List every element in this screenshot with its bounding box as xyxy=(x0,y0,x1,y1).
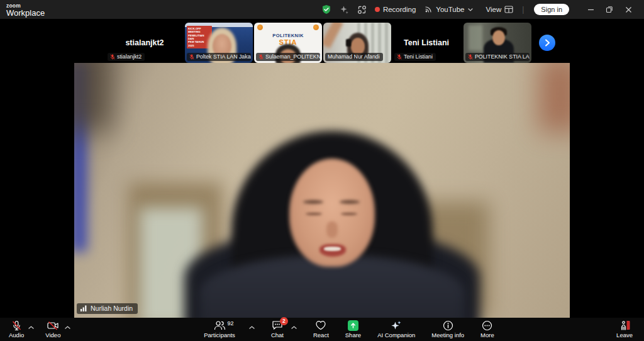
more-label: More xyxy=(480,332,494,338)
tile-name-text: Muhamad Nur Afandi xyxy=(328,53,380,60)
next-participants-button[interactable] xyxy=(539,35,555,51)
speaker-teeth xyxy=(324,247,341,251)
muted-mic-icon xyxy=(397,54,402,60)
audio-label: Audio xyxy=(9,332,24,338)
connection-signal-icon xyxy=(80,305,87,311)
share-screen-icon xyxy=(348,320,358,331)
react-label: React xyxy=(313,332,329,338)
heart-icon xyxy=(315,320,326,330)
chevron-down-icon xyxy=(468,8,473,11)
muted-mic-icon xyxy=(258,54,264,60)
active-speaker-video[interactable]: Nurliah Nurdin xyxy=(74,63,570,318)
speaker-nose xyxy=(326,221,338,238)
more-ellipsis-icon xyxy=(482,320,492,331)
participants-label: Participants xyxy=(204,332,235,338)
tile-name-label: Sulaeman_POLITEKNIK.. xyxy=(256,53,320,61)
slide-logo-left xyxy=(257,25,263,30)
logo-workplace-text: Workplace xyxy=(6,9,45,17)
view-label: View xyxy=(486,6,502,13)
view-button[interactable]: View xyxy=(486,6,514,13)
sign-in-button[interactable]: Sign in xyxy=(534,4,569,15)
broadcast-icon xyxy=(424,5,433,14)
background-shadow xyxy=(74,63,112,132)
speaker-name-label: Nurliah Nurdin xyxy=(77,303,138,314)
tile-name-text: Poltek STIA LAN Jakarta xyxy=(196,53,251,60)
tile-name-text: stialanjkt2 xyxy=(117,53,142,60)
sparkle-icon[interactable] xyxy=(340,5,349,14)
tile-name-label: Teni Listiani xyxy=(394,53,436,61)
chat-options-caret[interactable] xyxy=(291,321,297,337)
video-tile-politeknik-stia-lan[interactable]: POLITEKNIK STIA LAN ... xyxy=(464,23,531,63)
more-button[interactable]: More xyxy=(480,320,494,340)
participants-icon xyxy=(214,320,226,330)
topbar-divider: | xyxy=(522,5,524,14)
leave-label: Leave xyxy=(616,332,633,338)
minimize-button[interactable] xyxy=(581,1,600,18)
slide-logo-right xyxy=(313,25,319,30)
view-grid-icon xyxy=(504,6,513,13)
logo-zoom-text: zoom xyxy=(6,3,45,9)
room-window xyxy=(469,25,482,50)
video-button[interactable]: Video xyxy=(45,320,60,340)
leave-door-icon xyxy=(619,320,631,331)
ai-companion-button[interactable]: AI Companion xyxy=(377,320,415,340)
participants-button[interactable]: 92 Participants xyxy=(204,320,235,340)
fullscreen-icon[interactable] xyxy=(357,5,367,14)
leave-button[interactable]: Leave xyxy=(616,320,633,340)
tile-name-text: Teni Listiani xyxy=(404,53,433,60)
chevron-up-icon xyxy=(249,326,255,329)
speaker-eyebrow xyxy=(303,200,323,204)
background-object xyxy=(538,63,570,132)
recording-label: Recording xyxy=(383,6,416,13)
slide-title-text: POLITEKNIK xyxy=(254,33,322,38)
video-tile-sulaeman-politeknik[interactable]: POLITEKNIK STIA M A K Sulaeman_POLITEKNI… xyxy=(254,23,322,63)
video-tile-poltek-stia-lan-jakarta[interactable]: KICK-OFF MEETING PENELITIAN DAN PKM TAHU… xyxy=(185,23,253,63)
video-tile-teni-listiani[interactable]: Teni Listiani Teni Listiani xyxy=(392,23,460,63)
security-shield-icon[interactable] xyxy=(321,4,331,14)
recording-indicator[interactable]: Recording xyxy=(375,6,416,13)
live-stream-youtube[interactable]: YouTube xyxy=(424,5,472,14)
youtube-label: YouTube xyxy=(436,6,464,13)
ai-companion-icon xyxy=(391,320,402,331)
muted-camera-icon xyxy=(47,321,59,330)
meeting-stage: stialanjkt2 stialanjkt2 KICK-OFF MEETING… xyxy=(0,19,644,318)
close-button[interactable] xyxy=(619,1,638,18)
tile-name-label: stialanjkt2 xyxy=(108,53,145,61)
muted-mic-icon xyxy=(11,320,22,331)
speaker-eyebrow xyxy=(340,200,360,204)
participants-options-caret[interactable] xyxy=(249,321,255,337)
title-bar: zoom Workplace Recording YouTube View | … xyxy=(0,0,644,19)
chat-label: Chat xyxy=(271,332,284,338)
audio-button[interactable]: Audio xyxy=(9,320,24,340)
participant-face xyxy=(492,30,505,45)
speaker-eye xyxy=(306,213,322,215)
tile-name-label: Muhamad Nur Afandi xyxy=(325,53,383,61)
audio-options-caret[interactable] xyxy=(28,321,34,337)
chevron-up-icon xyxy=(28,326,34,329)
chevron-up-icon xyxy=(65,326,70,329)
chevron-right-icon xyxy=(545,39,550,47)
info-icon xyxy=(443,320,453,331)
muted-mic-icon xyxy=(468,54,473,60)
meeting-info-button[interactable]: Meeting info xyxy=(431,320,464,340)
speaker-eye xyxy=(341,213,357,215)
share-button[interactable]: Share xyxy=(345,320,361,340)
recording-dot-icon xyxy=(375,7,380,12)
video-options-caret[interactable] xyxy=(65,321,70,337)
chevron-up-icon xyxy=(291,326,297,329)
muted-mic-icon xyxy=(110,54,115,60)
muted-mic-icon xyxy=(189,54,194,60)
chat-button[interactable]: 2 Chat xyxy=(271,320,284,340)
restore-button[interactable] xyxy=(600,1,619,18)
headset xyxy=(346,39,351,47)
video-tile-stialanjkt2[interactable]: stialanjkt2 stialanjkt2 xyxy=(106,23,184,63)
meeting-toolbar: Audio Video 92 Participants xyxy=(0,318,644,341)
speaker-name-text: Nurliah Nurdin xyxy=(91,305,133,312)
tile-name-label: POLITEKNIK STIA LAN ... xyxy=(465,53,530,61)
participant-filmstrip: stialanjkt2 stialanjkt2 KICK-OFF MEETING… xyxy=(106,23,555,63)
participants-count: 92 xyxy=(228,320,234,327)
share-label: Share xyxy=(345,332,361,338)
ai-companion-label: AI Companion xyxy=(377,332,415,338)
react-button[interactable]: React xyxy=(313,320,329,340)
video-tile-muhamad-nur-afandi[interactable]: Muhamad Nur Afandi xyxy=(323,23,391,63)
